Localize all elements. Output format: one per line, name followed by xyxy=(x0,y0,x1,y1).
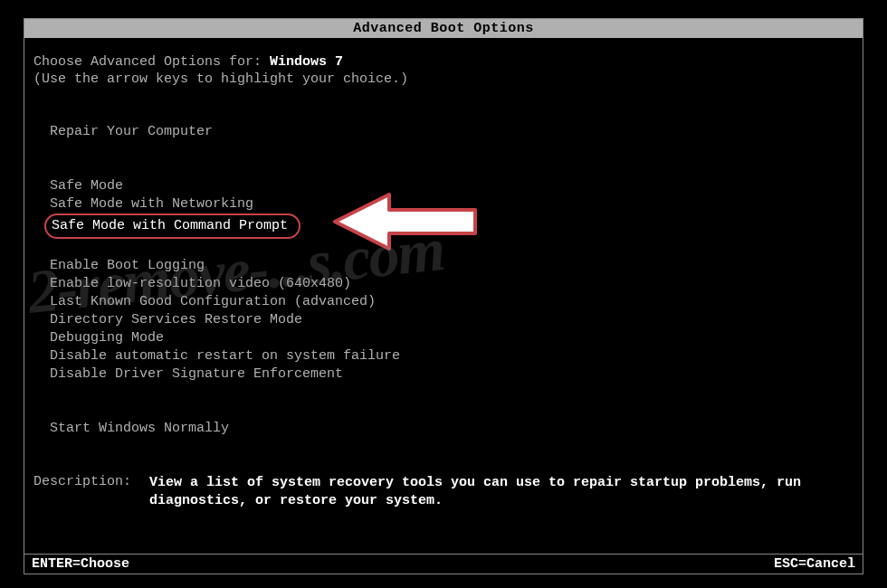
menu-item[interactable]: Last Known Good Configuration (advanced) xyxy=(50,293,854,311)
key-instructions: (Use the arrow keys to highlight your ch… xyxy=(33,71,854,87)
window-title: Advanced Boot Options xyxy=(24,19,863,38)
menu-item-repair[interactable]: Repair Your Computer xyxy=(50,123,854,141)
description-label: Description: xyxy=(33,474,149,510)
menu-item-start-normally[interactable]: Start Windows Normally xyxy=(50,420,854,438)
menu-item[interactable]: Safe Mode with Command Prompt xyxy=(44,213,300,239)
menu-item[interactable]: Disable Driver Signature Enforcement xyxy=(50,365,854,384)
footer-esc: ESC=Cancel xyxy=(774,556,855,572)
footer-bar: ENTER=Choose ESC=Cancel xyxy=(24,554,863,574)
footer-enter: ENTER=Choose xyxy=(32,556,129,572)
menu-item[interactable]: Enable Boot Logging xyxy=(50,257,854,275)
menu-item[interactable]: Debugging Mode xyxy=(50,329,854,347)
menu-item[interactable]: Enable low-resolution video (640x480) xyxy=(50,275,854,293)
description-row: Description: View a list of system recov… xyxy=(33,474,854,510)
intro-line: Choose Advanced Options for: Windows 7 xyxy=(33,54,854,70)
menu-item[interactable]: Safe Mode with Networking xyxy=(50,195,854,213)
boot-options-window: Advanced Boot Options Choose Advanced Op… xyxy=(24,18,863,574)
os-name: Windows 7 xyxy=(270,54,343,70)
menu-item[interactable]: Disable automatic restart on system fail… xyxy=(50,347,854,365)
menu-item[interactable]: Safe Mode xyxy=(50,177,854,195)
boot-menu: Repair Your Computer Safe ModeSafe Mode … xyxy=(33,123,854,438)
menu-item[interactable]: Directory Services Restore Mode xyxy=(50,311,854,329)
description-text: View a list of system recovery tools you… xyxy=(149,474,854,510)
intro-prefix: Choose Advanced Options for: xyxy=(33,54,270,70)
content-area: Choose Advanced Options for: Windows 7 (… xyxy=(24,38,863,510)
